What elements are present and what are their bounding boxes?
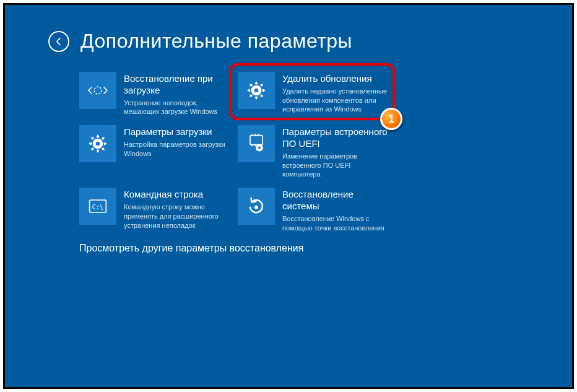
tile-desc: Командную строку можно применять для рас… [124,203,232,230]
tile-title: Командная строка [124,189,232,201]
restore-icon [238,188,275,225]
tile-title: Восстановление системы [282,189,390,212]
command-prompt-icon: C:\ [79,188,116,225]
tile-desc: Удалить недавно установленные обновления… [282,87,390,115]
tile-desc: Восстановление Windows с помощью точки в… [282,214,390,233]
tile-system-restore[interactable]: Восстановление системы Восстановление Wi… [238,188,390,232]
back-button[interactable] [48,31,69,52]
gear-icon [79,125,116,162]
annotation-marker-1: 1 [380,108,402,130]
tile-desc: Изменение параметров встроенного ПО UEFI… [282,152,390,180]
recovery-screen: Дополнительные параметры Восстановление … [3,3,574,389]
options-grid: Восстановление при загрузке Устранение н… [79,72,390,232]
svg-point-0 [94,87,102,94]
arrow-left-icon [54,37,64,46]
tile-desc: Настройка параметров загрузки Windows [124,140,232,159]
tile-desc: Устранение неполадок, мешающих загрузке … [124,98,232,117]
header: Дополнительные параметры [48,30,352,53]
startup-repair-icon [79,72,116,109]
tile-startup-repair[interactable]: Восстановление при загрузке Устранение н… [79,72,232,116]
svg-text:C:\: C:\ [92,204,103,211]
tile-title: Восстановление при загрузке [124,73,232,97]
gear-icon [238,72,275,109]
svg-point-3 [258,147,261,149]
page-title: Дополнительные параметры [80,30,352,53]
tile-title: Удалить обновления [282,73,390,85]
tile-title: Параметры загрузки [124,126,232,138]
more-recovery-options-link[interactable]: Просмотреть другие параметры восстановле… [79,243,303,254]
tile-startup-settings[interactable]: Параметры загрузки Настройка параметров … [79,125,232,179]
svg-point-6 [255,206,257,208]
tile-uefi-firmware[interactable]: Параметры встроенного ПО UEFI Изменение … [238,125,390,179]
chip-gear-icon [238,125,275,162]
tile-title: Параметры встроенного ПО UEFI [282,126,390,150]
tile-uninstall-updates[interactable]: Удалить обновления Удалить недавно устан… [238,72,390,116]
svg-rect-1 [250,136,262,145]
tile-command-prompt[interactable]: C:\ Командная строка Командную строку мо… [79,188,232,232]
